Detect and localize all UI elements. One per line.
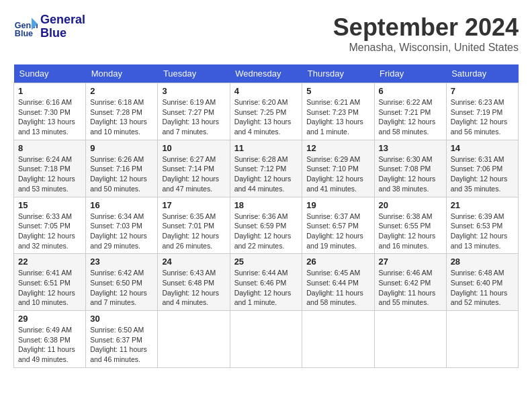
calendar-cell: 6Sunrise: 6:22 AMSunset: 7:21 PMDaylight…: [374, 83, 446, 140]
day-number: 27: [379, 257, 442, 267]
calendar-table: SundayMondayTuesdayWednesdayThursdayFrid…: [13, 64, 519, 368]
day-number: 10: [162, 143, 225, 153]
day-info: Sunrise: 6:36 AMSunset: 6:59 PMDaylight:…: [234, 212, 298, 251]
calendar-week-row: 29Sunrise: 6:49 AMSunset: 6:38 PMDayligh…: [14, 311, 519, 368]
calendar-cell: 22Sunrise: 6:41 AMSunset: 6:51 PMDayligh…: [14, 254, 86, 311]
day-number: 12: [306, 143, 369, 153]
day-number: 26: [306, 257, 369, 267]
day-number: 1: [18, 86, 81, 96]
day-number: 8: [18, 143, 81, 153]
day-number: 29: [18, 314, 81, 324]
calendar-cell: 10Sunrise: 6:27 AMSunset: 7:14 PMDayligh…: [158, 140, 230, 197]
calendar-cell: 15Sunrise: 6:33 AMSunset: 7:05 PMDayligh…: [14, 197, 86, 254]
day-number: 30: [90, 314, 153, 324]
day-info: Sunrise: 6:24 AMSunset: 7:18 PMDaylight:…: [18, 154, 81, 194]
day-number: 22: [18, 257, 81, 267]
day-number: 23: [90, 257, 153, 267]
calendar-cell: 11Sunrise: 6:28 AMSunset: 7:12 PMDayligh…: [230, 140, 302, 197]
calendar-cell: 24Sunrise: 6:43 AMSunset: 6:48 PMDayligh…: [158, 254, 230, 311]
calendar-cell: 28Sunrise: 6:48 AMSunset: 6:40 PMDayligh…: [446, 254, 518, 311]
calendar-cell: 27Sunrise: 6:46 AMSunset: 6:42 PMDayligh…: [374, 254, 446, 311]
day-number: 11: [234, 143, 298, 153]
page-header: General Blue General Blue September 2024…: [13, 13, 519, 54]
logo: General Blue General Blue: [13, 13, 85, 40]
weekday-header-row: SundayMondayTuesdayWednesdayThursdayFrid…: [14, 64, 519, 83]
calendar-cell: [374, 311, 446, 368]
day-info: Sunrise: 6:26 AMSunset: 7:16 PMDaylight:…: [90, 154, 153, 194]
day-number: 21: [451, 200, 514, 210]
day-info: Sunrise: 6:38 AMSunset: 6:55 PMDaylight:…: [379, 212, 442, 251]
calendar-week-row: 8Sunrise: 6:24 AMSunset: 7:18 PMDaylight…: [14, 140, 519, 197]
logo-line1: General: [40, 13, 85, 27]
weekday-header-friday: Friday: [374, 64, 446, 83]
day-number: 19: [306, 200, 369, 210]
day-info: Sunrise: 6:45 AMSunset: 6:44 PMDaylight:…: [306, 268, 369, 308]
weekday-header-thursday: Thursday: [302, 64, 374, 83]
day-info: Sunrise: 6:30 AMSunset: 7:08 PMDaylight:…: [379, 154, 442, 194]
calendar-cell: 26Sunrise: 6:45 AMSunset: 6:44 PMDayligh…: [302, 254, 374, 311]
calendar-cell: 21Sunrise: 6:39 AMSunset: 6:53 PMDayligh…: [446, 197, 518, 254]
calendar-cell: 23Sunrise: 6:42 AMSunset: 6:50 PMDayligh…: [86, 254, 158, 311]
day-info: Sunrise: 6:31 AMSunset: 7:06 PMDaylight:…: [451, 154, 514, 194]
calendar-cell: 7Sunrise: 6:23 AMSunset: 7:19 PMDaylight…: [446, 83, 518, 140]
day-info: Sunrise: 6:37 AMSunset: 6:57 PMDaylight:…: [306, 212, 369, 251]
weekday-header-sunday: Sunday: [14, 64, 86, 83]
calendar-cell: [446, 311, 518, 368]
calendar-cell: 17Sunrise: 6:35 AMSunset: 7:01 PMDayligh…: [158, 197, 230, 254]
day-info: Sunrise: 6:20 AMSunset: 7:25 PMDaylight:…: [234, 97, 298, 137]
calendar-cell: 3Sunrise: 6:19 AMSunset: 7:27 PMDaylight…: [158, 83, 230, 140]
day-info: Sunrise: 6:33 AMSunset: 7:05 PMDaylight:…: [18, 212, 81, 251]
calendar-cell: 25Sunrise: 6:44 AMSunset: 6:46 PMDayligh…: [230, 254, 302, 311]
day-info: Sunrise: 6:34 AMSunset: 7:03 PMDaylight:…: [90, 212, 153, 251]
day-info: Sunrise: 6:23 AMSunset: 7:19 PMDaylight:…: [451, 97, 514, 137]
calendar-cell: 13Sunrise: 6:30 AMSunset: 7:08 PMDayligh…: [374, 140, 446, 197]
calendar-cell: 20Sunrise: 6:38 AMSunset: 6:55 PMDayligh…: [374, 197, 446, 254]
day-info: Sunrise: 6:29 AMSunset: 7:10 PMDaylight:…: [306, 154, 369, 194]
day-info: Sunrise: 6:43 AMSunset: 6:48 PMDaylight:…: [162, 268, 225, 308]
logo-line2: Blue: [40, 27, 85, 40]
month-title: September 2024: [333, 13, 519, 42]
calendar-cell: 4Sunrise: 6:20 AMSunset: 7:25 PMDaylight…: [230, 83, 302, 140]
day-info: Sunrise: 6:39 AMSunset: 6:53 PMDaylight:…: [451, 212, 514, 251]
day-info: Sunrise: 6:21 AMSunset: 7:23 PMDaylight:…: [306, 97, 369, 137]
calendar-cell: 9Sunrise: 6:26 AMSunset: 7:16 PMDaylight…: [86, 140, 158, 197]
day-number: 18: [234, 200, 298, 210]
day-number: 5: [306, 86, 369, 96]
day-number: 17: [162, 200, 225, 210]
calendar-week-row: 22Sunrise: 6:41 AMSunset: 6:51 PMDayligh…: [14, 254, 519, 311]
day-number: 7: [451, 86, 514, 96]
day-number: 9: [90, 143, 153, 153]
day-info: Sunrise: 6:44 AMSunset: 6:46 PMDaylight:…: [234, 268, 298, 308]
day-info: Sunrise: 6:42 AMSunset: 6:50 PMDaylight:…: [90, 268, 153, 308]
day-number: 24: [162, 257, 225, 267]
day-number: 2: [90, 86, 153, 96]
day-number: 28: [451, 257, 514, 267]
calendar-week-row: 1Sunrise: 6:16 AMSunset: 7:30 PMDaylight…: [14, 83, 519, 140]
calendar-cell: 16Sunrise: 6:34 AMSunset: 7:03 PMDayligh…: [86, 197, 158, 254]
day-info: Sunrise: 6:22 AMSunset: 7:21 PMDaylight:…: [379, 97, 442, 137]
calendar-week-row: 15Sunrise: 6:33 AMSunset: 7:05 PMDayligh…: [14, 197, 519, 254]
weekday-header-wednesday: Wednesday: [230, 64, 302, 83]
day-number: 16: [90, 200, 153, 210]
day-info: Sunrise: 6:16 AMSunset: 7:30 PMDaylight:…: [18, 97, 81, 137]
calendar-cell: 19Sunrise: 6:37 AMSunset: 6:57 PMDayligh…: [302, 197, 374, 254]
calendar-cell: 18Sunrise: 6:36 AMSunset: 6:59 PMDayligh…: [230, 197, 302, 254]
day-number: 25: [234, 257, 298, 267]
calendar-cell: 29Sunrise: 6:49 AMSunset: 6:38 PMDayligh…: [14, 311, 86, 368]
day-info: Sunrise: 6:35 AMSunset: 7:01 PMDaylight:…: [162, 212, 225, 251]
calendar-cell: 5Sunrise: 6:21 AMSunset: 7:23 PMDaylight…: [302, 83, 374, 140]
day-info: Sunrise: 6:48 AMSunset: 6:40 PMDaylight:…: [451, 268, 514, 308]
day-number: 13: [379, 143, 442, 153]
day-number: 3: [162, 86, 225, 96]
day-number: 14: [451, 143, 514, 153]
calendar-cell: 2Sunrise: 6:18 AMSunset: 7:28 PMDaylight…: [86, 83, 158, 140]
weekday-header-monday: Monday: [86, 64, 158, 83]
day-info: Sunrise: 6:41 AMSunset: 6:51 PMDaylight:…: [18, 268, 81, 308]
weekday-header-saturday: Saturday: [446, 64, 518, 83]
calendar-cell: 12Sunrise: 6:29 AMSunset: 7:10 PMDayligh…: [302, 140, 374, 197]
calendar-cell: [230, 311, 302, 368]
day-info: Sunrise: 6:49 AMSunset: 6:38 PMDaylight:…: [18, 325, 81, 365]
day-info: Sunrise: 6:27 AMSunset: 7:14 PMDaylight:…: [162, 154, 225, 194]
calendar-cell: 8Sunrise: 6:24 AMSunset: 7:18 PMDaylight…: [14, 140, 86, 197]
day-number: 20: [379, 200, 442, 210]
